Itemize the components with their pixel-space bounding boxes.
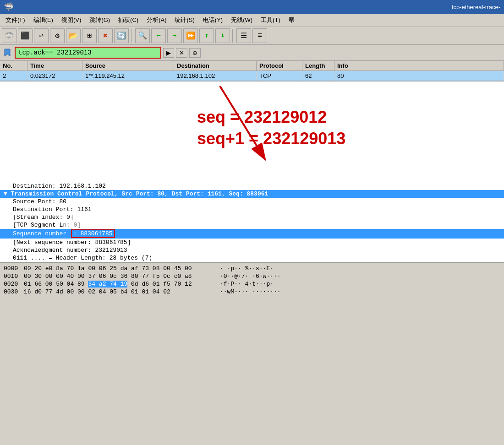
packet-list-panel: No. Time Source Destination Protocol Len…: [0, 61, 504, 81]
col-header-length: Length: [302, 61, 334, 71]
detail-row-tcp-header[interactable]: ▼ Transmission Control Protocol, Src Por…: [0, 190, 504, 198]
menu-statistics[interactable]: 统计(S): [171, 15, 198, 26]
detail-seq-label: Sequence number: [13, 230, 66, 237]
detail-row-next-seq[interactable]: [Next sequence number: 883061785]: [0, 239, 504, 246]
col-header-time: Time: [27, 61, 82, 71]
toolbar-stop-icon[interactable]: ⬛: [18, 28, 33, 43]
hex-ascii-3: ··wM···· ········: [220, 288, 281, 295]
svg-marker-0: [5, 49, 10, 56]
toolbar-up-icon[interactable]: ⬆: [199, 28, 214, 43]
cell-no: 2: [0, 71, 27, 81]
hex-bytes-0: 00 20 e0 8a 70 1a 00 06 25 da af 73 08 0…: [24, 265, 216, 272]
toolbar-jump-icon[interactable]: ⏩: [183, 28, 198, 43]
detail-seq-value-box: : 883061785: [71, 229, 115, 238]
hex-bytes-3: 16 d0 77 4d 00 00 02 04 05 b4 01 01 04 0…: [24, 288, 216, 295]
detail-row-src-port[interactable]: Source Port: 80: [0, 198, 504, 206]
cell-time: 0.023172: [27, 71, 82, 81]
filter-bar: ▶ ✕ ⊕: [0, 45, 504, 61]
filter-bookmark-icon: [2, 47, 13, 58]
hex-row-2: 0020 01 66 00 50 04 89 34 a2 74 19 0d d6…: [4, 280, 500, 288]
filter-save-button[interactable]: ⊕: [189, 48, 201, 58]
toolbar: 🦈 ⬛ ↩ ⚙ 📂 ⊞ ✖ 🔄 🔍 ⬅ ➡ ⏩ ⬆ ⬇ ☰ ≡: [0, 27, 504, 45]
cell-info: 80: [334, 71, 504, 81]
detail-row-dst-port[interactable]: Destination Port: 1161: [0, 206, 504, 213]
menu-bar: 文件(F) 编辑(E) 视图(V) 跳转(G) 捕获(C) 分析(A) 统计(S…: [0, 14, 504, 27]
col-header-destination: Destination: [174, 61, 257, 71]
detail-destination-text: Destination: 192.168.1.102: [13, 183, 106, 190]
col-header-source: Source: [82, 61, 174, 71]
menu-telephony[interactable]: 电话(Y): [199, 15, 226, 26]
detail-src-port-text: Source Port: 80: [13, 198, 66, 205]
toolbar-reload-icon[interactable]: 🔄: [114, 28, 129, 43]
toolbar-shark-icon[interactable]: 🦈: [2, 28, 16, 43]
hex-panel: 0000 00 20 e0 8a 70 1a 00 06 25 da af 73…: [0, 263, 504, 298]
menu-capture[interactable]: 捕获(C): [115, 15, 142, 26]
toolbar-restart-icon[interactable]: ↩: [34, 28, 49, 43]
filter-clear-button[interactable]: ✕: [176, 48, 187, 58]
hex-ascii-0: · ·p·· %··s··E·: [220, 265, 274, 272]
annotation-area: seq = 232129012 seq+1 = 232129013: [0, 81, 504, 182]
detail-row-tcp-segment[interactable]: [TCP Segment Ln: 0]: [0, 221, 504, 229]
menu-edit[interactable]: 编辑(E): [30, 15, 57, 26]
detail-row-destination[interactable]: Destination: 192.168.1.102: [0, 182, 504, 190]
toolbar-grid-icon[interactable]: ⊞: [82, 28, 97, 43]
detail-row-ack-number[interactable]: Acknowledgment number: 232129013: [0, 246, 504, 254]
annotation-line2: seq+1 = 232129013: [197, 128, 345, 150]
toolbar-search-icon[interactable]: 🔍: [135, 28, 150, 43]
menu-analyze[interactable]: 分析(A): [143, 15, 170, 26]
detail-tcp-text: Transmission Control Protocol, Src Port:…: [11, 190, 268, 197]
hex-row-0: 0000 00 20 e0 8a 70 1a 00 06 25 da af 73…: [4, 265, 500, 272]
toolbar-settings-icon[interactable]: ⚙: [50, 28, 65, 43]
toolbar-list-icon[interactable]: ☰: [236, 28, 251, 43]
detail-header-length-text: 0111 .... = Header Length: 28 bytes (7): [13, 255, 152, 261]
filter-apply-button[interactable]: ▶: [163, 48, 174, 58]
toolbar-forward-icon[interactable]: ➡: [167, 28, 182, 43]
cell-length: 62: [302, 71, 334, 81]
hex-ascii-1: ·0··@·7· ·6·w····: [220, 273, 281, 280]
detail-row-seq-number[interactable]: Sequence number : 883061785: [0, 229, 504, 239]
menu-wireless[interactable]: 无线(W): [227, 15, 256, 26]
annotation-line1: seq = 232129012: [197, 107, 345, 128]
table-row[interactable]: 2 0.023172 1**.119.245.12 192.168.1.102 …: [0, 71, 504, 81]
filter-input[interactable]: [15, 47, 161, 59]
toolbar-down-icon[interactable]: ⬇: [215, 28, 230, 43]
title-bar: 🦈 tcp-ethereal-trace-: [0, 0, 504, 14]
menu-tools[interactable]: 工具(T): [257, 15, 284, 26]
col-header-info: Info: [334, 61, 504, 71]
menu-help[interactable]: 帮: [285, 15, 298, 26]
app-logo-icon: 🦈: [4, 2, 14, 12]
toolbar-back-icon[interactable]: ⬅: [151, 28, 166, 43]
col-header-protocol: Protocol: [257, 61, 302, 71]
toolbar-filter-icon[interactable]: ≡: [252, 28, 267, 43]
hex-bytes-2: 01 66 00 50 04 89 34 a2 74 19 0d d6 01 f…: [24, 281, 216, 288]
detail-row-header-length[interactable]: 0111 .... = Header Length: 28 bytes (7): [0, 254, 504, 262]
hex-row-3: 0030 16 d0 77 4d 00 00 02 04 05 b4 01 01…: [4, 288, 500, 296]
detail-ack-text: Acknowledgment number: 232129013: [13, 247, 127, 254]
cell-destination: 192.168.1.102: [174, 71, 257, 81]
toolbar-separator-2: [232, 29, 234, 43]
hex-bytes-1: 00 30 00 00 40 00 37 06 0c 36 80 77 f5 0…: [24, 273, 216, 280]
cell-protocol: TCP: [257, 71, 302, 81]
toolbar-open-icon[interactable]: 📂: [66, 28, 81, 43]
annotation-text: seq = 232129012 seq+1 = 232129013: [197, 107, 345, 150]
detail-tcp-segment-text: [TCP Segment Ln: 0]: [13, 222, 81, 228]
detail-tcp-expand-icon: ▼: [4, 190, 11, 197]
hex-offset-0: 0000: [4, 265, 20, 272]
menu-file[interactable]: 文件(F): [2, 15, 29, 26]
hex-offset-2: 0020: [4, 281, 20, 288]
detail-panel: Destination: 192.168.1.102 ▼ Transmissio…: [0, 182, 504, 263]
menu-view[interactable]: 视图(V): [58, 15, 85, 26]
hex-row-1: 0010 00 30 00 00 40 00 37 06 0c 36 80 77…: [4, 272, 500, 280]
packet-list-header: No. Time Source Destination Protocol Len…: [0, 61, 504, 71]
hex-offset-3: 0030: [4, 288, 20, 295]
detail-stream-text: [Stream index: 0]: [13, 214, 74, 221]
menu-goto[interactable]: 跳转(G): [86, 15, 114, 26]
toolbar-close-icon[interactable]: ✖: [98, 28, 113, 43]
hex-ascii-2: ·f·P·· 4·t···p·: [220, 281, 274, 288]
cell-source: 1**.119.245.12: [82, 71, 174, 81]
toolbar-separator-1: [131, 29, 133, 43]
detail-next-seq-text: [Next sequence number: 883061785]: [13, 239, 131, 246]
hex-highlighted-bytes: 34 a2 74 19: [88, 281, 127, 288]
detail-dst-port-text: Destination Port: 1161: [13, 206, 92, 213]
detail-row-stream-index[interactable]: [Stream index: 0]: [0, 213, 504, 221]
